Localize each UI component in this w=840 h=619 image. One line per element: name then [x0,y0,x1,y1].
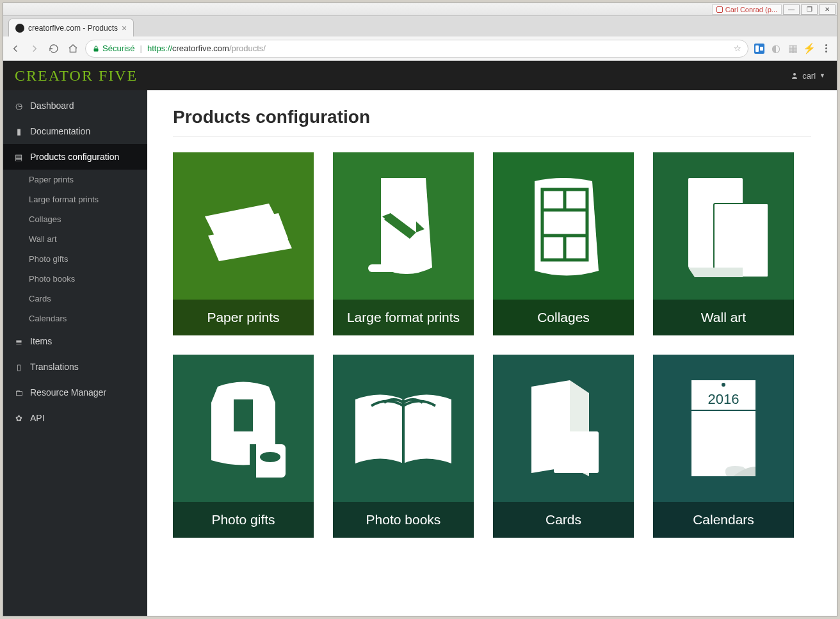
os-titlebar: Carl Conrad (p... — ❐ ✕ [3,3,837,16]
os-user-label: Carl Conrad (p... [725,6,777,13]
lock-icon: Sécurisé [92,44,135,53]
svg-rect-15 [714,204,768,277]
nav-back-button[interactable] [8,42,22,56]
tile-label: Large format prints [347,310,460,325]
sidebar-sub-photo-gifts[interactable]: Photo gifts [3,249,147,269]
favicon-icon [15,24,24,33]
tile-photo-books[interactable]: Photo books [333,355,474,538]
folder-icon: 🗀 [13,388,24,398]
gear-icon: ✿ [13,414,24,423]
svg-point-19 [260,452,280,462]
secure-label: Sécurisé [102,44,135,53]
tile-label: Collages [537,310,590,325]
browser-tab-title: creatorfive.com - Products [28,24,118,33]
svg-rect-17 [234,399,253,431]
tile-cards[interactable]: Cards [493,355,634,538]
user-icon [791,72,798,79]
collages-icon [493,152,634,300]
sidebar-item-resource-manager[interactable]: 🗀 Resource Manager [3,380,147,405]
window-minimize-button[interactable]: — [783,4,800,15]
os-user-chip[interactable]: Carl Conrad (p... [712,4,782,15]
brand-logo[interactable]: CREATOR FIVE [15,67,138,84]
tab-close-icon[interactable]: × [122,23,127,33]
nav-forward-button[interactable] [28,42,42,56]
user-name: carl [802,71,816,81]
address-bar[interactable]: Sécurisé | https://creatorfive.com/produ… [85,40,748,58]
sidebar-sub-paper-prints[interactable]: Paper prints [3,170,147,189]
app-root: CREATOR FIVE carl ▼ ◷ Dashboard ▮ Docume… [3,61,837,616]
sidebar-item-translations[interactable]: ▯ Translations [3,354,147,380]
calendars-icon: 2016 [653,355,794,502]
photo-gifts-icon [173,355,314,502]
window-close-button[interactable]: ✕ [819,4,836,15]
app-header: CREATOR FIVE carl ▼ [3,61,837,90]
sidebar-item-label: Translations [30,362,79,372]
tile-label: Paper prints [207,310,279,325]
nav-home-button[interactable] [66,42,80,56]
sidebar-item-dashboard[interactable]: ◷ Dashboard [3,93,147,118]
tile-label: Photo gifts [211,512,275,527]
svg-marker-16 [688,268,743,277]
extension-trello-icon[interactable] [754,43,765,54]
os-window: Carl Conrad (p... — ❐ ✕ creatorfive.com … [3,3,837,616]
browser-toolbar: Sécurisé | https://creatorfive.com/produ… [3,36,837,61]
tile-grid: Paper prints Large format prints [173,152,811,538]
tile-label: Cards [545,512,581,527]
tile-calendars[interactable]: 2016 Calendars [653,355,794,538]
svg-rect-0 [94,48,99,51]
extension-icon[interactable]: ◐ [770,43,782,54]
browser-tab[interactable]: creatorfive.com - Products × [8,19,134,36]
url-host: creatorfive.com [172,44,229,53]
sidebar-sub-photo-books[interactable]: Photo books [3,269,147,289]
sidebar-sub-collages[interactable]: Collages [3,209,147,229]
svg-point-24 [722,383,725,387]
sidebar-item-label: Items [30,336,52,346]
sidebar-item-label: Documentation [30,126,90,136]
user-menu[interactable]: carl ▼ [791,71,825,81]
browser-menu-button[interactable] [820,43,832,54]
wall-art-icon [653,152,794,300]
bookmark-star-icon[interactable]: ☆ [734,44,741,53]
svg-rect-22 [554,431,599,473]
sidebar: ◷ Dashboard ▮ Documentation ▤ Products c… [3,90,147,616]
chevron-down-icon: ▼ [820,72,825,79]
url-path: /products/ [229,44,266,53]
parentheses-icon [716,6,723,13]
cards-icon [493,355,634,502]
sidebar-sub-large-format-prints[interactable]: Large format prints [3,189,147,209]
svg-rect-26 [691,410,755,462]
sidebar-item-products-configuration[interactable]: ▤ Products configuration [3,144,147,170]
sidebar-sub-cards[interactable]: Cards [3,289,147,309]
tile-collages[interactable]: Collages [493,152,634,335]
page-title: Products configuration [173,107,811,137]
svg-rect-5 [368,264,400,272]
sidebar-item-api[interactable]: ✿ API [3,405,147,431]
extension-icon[interactable]: ⚡ [804,43,815,54]
sidebar-item-label: Dashboard [30,100,74,111]
file-icon: ▮ [13,127,24,136]
nav-reload-button[interactable] [47,42,61,56]
sidebar-item-items[interactable]: ≣ Items [3,328,147,354]
sidebar-sub-wall-art[interactable]: Wall art [3,229,147,249]
tile-label: Photo books [366,512,441,527]
tile-label: Wall art [701,310,746,325]
sidebar-sub-calendars[interactable]: Calendars [3,309,147,328]
list-icon: ≣ [13,337,24,346]
doc-icon: ▯ [13,362,24,372]
extension-icon[interactable]: ▦ [787,43,798,54]
sidebar-item-documentation[interactable]: ▮ Documentation [3,118,147,144]
browser-tabstrip: creatorfive.com - Products × [3,16,837,36]
tile-paper-prints[interactable]: Paper prints [173,152,314,335]
gauge-icon: ◷ [13,101,24,111]
svg-rect-18 [250,444,256,478]
tile-label: Calendars [693,512,754,527]
tile-photo-gifts[interactable]: Photo gifts [173,355,314,538]
photo-books-icon [333,355,474,502]
svg-point-1 [793,73,796,76]
url-protocol: https:// [147,44,172,53]
tile-wall-art[interactable]: Wall art [653,152,794,335]
sidebar-item-label: Resource Manager [30,387,106,398]
window-maximize-button[interactable]: ❐ [801,4,818,15]
tile-large-format-prints[interactable]: Large format prints [333,152,474,335]
calendar-year: 2016 [708,391,739,407]
